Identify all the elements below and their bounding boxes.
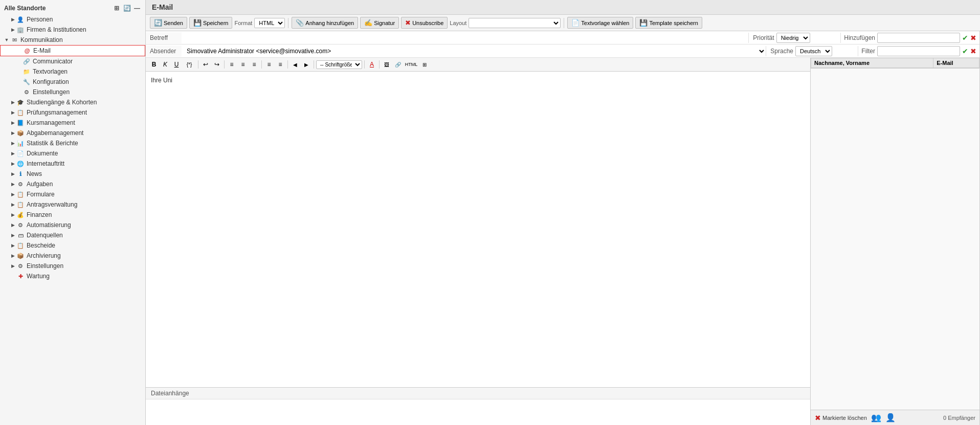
sidebar-item-finanzen[interactable]: ▶ 💰 Finanzen [0, 210, 145, 220]
arrow-icon [16, 59, 21, 64]
sidebar-item-news[interactable]: ▶ ℹ News [0, 169, 145, 179]
sidebar-item-label: Einstellungen [27, 262, 63, 270]
sidebar-item-email[interactable]: @ E-Mail [0, 45, 145, 56]
filter-input[interactable] [877, 46, 960, 56]
font-size-select[interactable]: -- Schriftgröße -- 8pt 10pt 12pt 14pt 18… [316, 60, 362, 69]
sidebar-item-bescheide[interactable]: ▶ 📋 Bescheide [0, 240, 145, 251]
absender-select[interactable]: Simovative Administrator <service@simova… [182, 46, 766, 57]
anhang-icon: 📎 [296, 19, 304, 27]
sidebar-item-personen[interactable]: ▶ 👤 Personen [0, 14, 145, 25]
hinzufuegen-confirm-icon[interactable]: ✔ [962, 34, 968, 42]
sidebar-item-einstellungen-k[interactable]: ⚙ Einstellungen [0, 87, 145, 97]
person-add-icon[interactable]: 👥 [871, 413, 881, 422]
sidebar-icon-2[interactable]: 🔄 [123, 4, 131, 12]
unsubscribe-button[interactable]: ✖ Unsubscribe [401, 17, 448, 29]
sidebar-item-label: Bescheide [27, 242, 55, 249]
markierte-loeschen-button[interactable]: ✖ Markierte löschen [815, 414, 867, 422]
sidebar-item-dokumente[interactable]: ▶ 📄 Dokumente [0, 148, 145, 159]
outdent-button[interactable]: ◀ [290, 59, 300, 70]
hinzufuegen-input[interactable] [877, 33, 960, 43]
speichern-button[interactable]: 💾 Speichern [189, 17, 233, 29]
studiengang-icon: 🎓 [16, 98, 25, 106]
font-color-button[interactable]: A [367, 59, 377, 70]
align-right-button[interactable]: ≡ [249, 59, 259, 70]
textvorlage-icon: 📄 [571, 19, 580, 27]
recipients-panel: Nachname, Vorname E-Mail ✖ [811, 58, 979, 425]
editor-body[interactable]: Ihre Uni [146, 72, 810, 387]
arrow-icon: ▶ [10, 263, 15, 269]
arrow-icon: ▶ [10, 141, 15, 146]
list-bullet-button[interactable]: ≡ [264, 59, 274, 70]
sidebar-item-datenquellen[interactable]: ▶ 🗃 Datenquellen [0, 230, 145, 240]
abgabe-icon: 📦 [16, 129, 25, 137]
person-remove-icon[interactable]: 👤 [885, 413, 896, 422]
align-left-button[interactable]: ≡ [227, 59, 237, 70]
sidebar-item-kommunikation[interactable]: ▼ ✉ Kommunikation [0, 35, 145, 45]
redo-button[interactable]: ↪ [212, 59, 222, 70]
sidebar-item-communicator[interactable]: 🔗 Communicator [0, 56, 145, 66]
sidebar-item-automatisierung[interactable]: ▶ ⚙ Automatisierung [0, 220, 145, 230]
format-select[interactable]: HTML Text [254, 18, 285, 28]
sidebar-item-antrag[interactable]: ▶ 📋 Antragsverwaltung [0, 199, 145, 210]
filter-cancel-icon[interactable]: ✖ [970, 47, 976, 55]
sidebar-item-studiengang[interactable]: ▶ 🎓 Studiengänge & Kohorten [0, 97, 145, 107]
format-label: Format [234, 20, 252, 26]
list-number-button[interactable]: ≡ [275, 59, 285, 70]
sidebar-item-label: Formulare [27, 191, 55, 198]
image-button[interactable]: 🖼 [382, 59, 392, 70]
sidebar-item-statistik[interactable]: ▶ 📊 Statistik & Berichte [0, 138, 145, 148]
underline-button[interactable]: U [171, 59, 182, 70]
anhang-button[interactable]: 📎 Anhang hinzufügen [292, 17, 358, 29]
align-center-button[interactable]: ≡ [238, 59, 248, 70]
textvorlage-button[interactable]: 📄 Textvorlage wählen [567, 17, 633, 29]
hinzufuegen-cancel-icon[interactable]: ✖ [970, 34, 976, 42]
filter-confirm-icon[interactable]: ✔ [962, 47, 968, 55]
email-form: Betreff Priorität Niedrig Normal Hoch Hi… [146, 31, 980, 425]
sidebar-item-aufgaben[interactable]: ▶ ⚙ Aufgaben [0, 179, 145, 189]
layout-select[interactable] [469, 18, 561, 28]
sidebar-item-textvorlagen[interactable]: 📁 Textvorlagen [0, 66, 145, 77]
sidebar-item-firmen[interactable]: ▶ 🏢 Firmen & Institutionen [0, 25, 145, 35]
sidebar: Alle Standorte ⊞ 🔄 — ▶ 👤 Personen ▶ 🏢 Fi… [0, 0, 146, 425]
sidebar-item-konfiguration[interactable]: 🔧 Konfiguration [0, 77, 145, 87]
arrow-icon: ▶ [10, 182, 15, 187]
sidebar-item-abgabe[interactable]: ▶ 📦 Abgabemanagement [0, 128, 145, 138]
sidebar-item-label: Antragsverwaltung [27, 201, 77, 208]
html-button[interactable]: HTML [404, 59, 418, 70]
filter-label: Filter [861, 48, 875, 55]
sidebar-item-kurs[interactable]: ▶ 📘 Kursmanagement [0, 118, 145, 128]
sidebar-item-pruefung[interactable]: ▶ 📋 Prüfungsmanagement [0, 107, 145, 118]
sidebar-icon-1[interactable]: ⊞ [113, 4, 121, 12]
sidebar-item-formulare[interactable]: ▶ 📋 Formulare [0, 189, 145, 199]
wartung-icon: ✚ [16, 272, 25, 280]
italic-button[interactable]: K [160, 59, 170, 70]
speichern-icon: 💾 [193, 19, 202, 27]
signatur-button[interactable]: ✍ Signatur [360, 17, 399, 29]
undo-button[interactable]: ↩ [201, 59, 211, 70]
sidebar-item-label: Einstellungen [33, 88, 70, 96]
arrow-icon: ▶ [10, 253, 15, 258]
arrow-icon: ▶ [10, 161, 15, 166]
sidebar-item-internet[interactable]: ▶ 🌐 Internetauftritt [0, 159, 145, 169]
variable-button[interactable]: {*} [183, 59, 196, 70]
betreff-input[interactable] [182, 33, 748, 43]
news-icon: ℹ [16, 170, 25, 178]
arrow-icon: ▶ [10, 100, 15, 105]
table-button[interactable]: ⊞ [419, 59, 430, 70]
sprache-select[interactable]: Deutsch Englisch [795, 46, 832, 56]
link-button[interactable]: 🔗 [393, 59, 403, 70]
indent-button[interactable]: ▶ [301, 59, 311, 70]
arrow-icon: ▶ [10, 110, 15, 115]
sidebar-item-einstellungen[interactable]: ▶ ⚙ Einstellungen [0, 261, 145, 271]
sidebar-item-label: Textvorlagen [33, 68, 68, 75]
senden-button[interactable]: 🔄 Senden [150, 17, 187, 29]
prioritaet-select[interactable]: Niedrig Normal Hoch [776, 33, 810, 43]
archivierung-icon: 📦 [16, 252, 25, 260]
template-speichern-button[interactable]: 💾 Template speichern [635, 17, 702, 29]
sidebar-item-archivierung[interactable]: ▶ 📦 Archivierung [0, 251, 145, 261]
sidebar-icon-3[interactable]: — [133, 4, 141, 12]
attachments-body [146, 399, 810, 425]
sidebar-item-wartung[interactable]: ✚ Wartung [0, 271, 145, 281]
konfiguration-icon: 🔧 [23, 78, 31, 86]
bold-button[interactable]: B [149, 59, 159, 70]
